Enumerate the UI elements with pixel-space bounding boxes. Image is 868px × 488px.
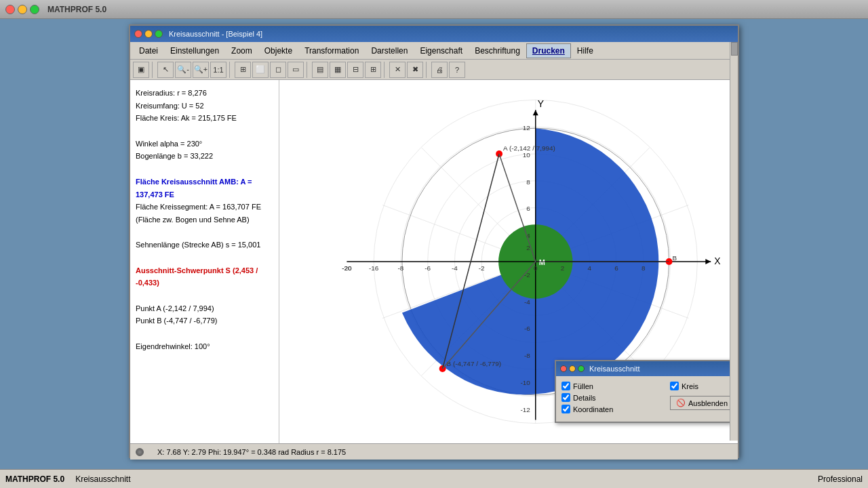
fullen-checkbox[interactable]: Füllen — [561, 382, 665, 390]
minimize-btn[interactable] — [18, 5, 27, 14]
menu-eigenschaft[interactable]: Eigenschaft — [414, 43, 469, 58]
status-appname: MATHPROF 5.0 — [5, 474, 64, 484]
menu-datei[interactable]: Datei — [133, 43, 164, 58]
schwerpunkt: Ausschnitt-Schwerpunkt S (2,453 / -0,433… — [136, 264, 273, 289]
label-a: A (-2,142 / 7,994) — [503, 144, 555, 152]
status-module: Kreisausschnitt — [75, 474, 818, 484]
punkt-a: Punkt A (-2,142 / 7,994) — [136, 302, 273, 315]
svg-text:6: 6 — [614, 264, 618, 272]
ausblenden-button[interactable]: 🚫 Ausblenden — [670, 396, 734, 410]
menu-drucken[interactable]: Drucken — [526, 43, 571, 58]
svg-text:-12: -12 — [520, 406, 530, 413]
koordinaten-checkbox[interactable]: Koordinaten — [561, 405, 665, 413]
title-bar: MATHPROF 5.0 — [0, 0, 868, 19]
tb-chart[interactable]: ▦ — [330, 62, 346, 78]
tb-grid[interactable]: ⊞ — [235, 62, 251, 78]
axis-x-label: X — [714, 256, 720, 266]
close-btn[interactable] — [5, 5, 15, 14]
flaeche-kreis: Fläche Kreis: Ak = 215,175 FE — [136, 112, 273, 125]
tb-sep5 — [426, 62, 429, 78]
kreis-checkbox[interactable]: Kreis — [670, 382, 698, 390]
tb-print[interactable]: 🖨 — [431, 62, 448, 78]
tb-select[interactable]: ▣ — [133, 62, 149, 78]
tb-fit[interactable]: ⬜ — [252, 62, 269, 78]
kreisumfang: Kreisumfang: U = 52 — [136, 100, 273, 113]
details-checkbox[interactable]: Details — [561, 393, 665, 402]
menu-transformation[interactable]: Transformation — [298, 43, 365, 58]
popup-title-text: Kreisausschnitt — [589, 365, 640, 373]
popup-maximize-btn[interactable] — [578, 365, 585, 372]
kreisausschnitt-popup: Kreisausschnitt Füllen Details Koordinat… — [555, 360, 731, 423]
details-check[interactable] — [561, 393, 570, 402]
kreis-label: Kreis — [682, 382, 698, 390]
tb-close[interactable]: ✕ — [389, 62, 406, 78]
ausblenden-label: Ausblenden — [688, 399, 728, 407]
bogenlaenge: Bogenlänge b = 33,222 — [136, 150, 273, 163]
svg-text:-16: -16 — [369, 264, 379, 272]
svg-text:12: 12 — [523, 124, 531, 131]
status-coords: X: 7.68 Y: 2.79 Phi: 19.947° = 0.348 rad… — [157, 448, 346, 456]
tb-zoom-100[interactable]: 1:1 — [210, 62, 226, 78]
sehnlaenge: Sehnenlänge (Strecke AB) s = 15,001 — [136, 239, 273, 251]
svg-text:-20: -20 — [342, 264, 352, 272]
main-window: Kreisausschnitt - [Beispiel 4] Datei Ein… — [129, 24, 739, 458]
tb-export[interactable]: ⊞ — [365, 62, 381, 78]
svg-text:-8: -8 — [398, 264, 404, 272]
svg-text:B: B — [673, 254, 677, 262]
svg-text:-10: -10 — [520, 379, 530, 386]
svg-text:0: 0 — [534, 264, 538, 272]
label-m: M — [539, 258, 545, 266]
svg-text:2: 2 — [561, 264, 565, 272]
flaeche-amb: Fläche Kreisausschnitt AMB: A = 137,473 … — [136, 176, 273, 201]
tb-rect[interactable]: ▭ — [288, 62, 304, 78]
tb-table[interactable]: ▤ — [312, 62, 328, 78]
menu-einstellungen[interactable]: Einstellungen — [164, 43, 225, 58]
inner-close-btn[interactable] — [134, 30, 142, 38]
koordinaten-check[interactable] — [561, 405, 570, 413]
tb-zoom-out[interactable]: 🔍- — [175, 62, 191, 78]
tb-axis[interactable]: ⊟ — [347, 62, 363, 78]
eigendrehwinkel: Eigendrehwinkel: 100° — [136, 340, 273, 353]
punkt-b: Punkt B (-4,747 / -6,779) — [136, 314, 273, 327]
menu-objekte[interactable]: Objekte — [258, 43, 298, 58]
tb-cursor[interactable]: ↖ — [157, 62, 174, 78]
status-professional: Professional — [818, 474, 863, 484]
tb-zoom-in[interactable]: 🔍+ — [193, 62, 209, 78]
fullen-label: Füllen — [573, 382, 593, 390]
svg-text:6: 6 — [526, 205, 530, 212]
popup-left: Füllen Details Koordinaten — [561, 382, 665, 416]
scrollbar-right[interactable] — [730, 42, 738, 441]
tb-square[interactable]: ◻ — [270, 62, 286, 78]
menu-darstellen[interactable]: Darstellen — [365, 43, 414, 58]
tb-sep3 — [307, 62, 309, 78]
svg-text:-4: -4 — [452, 264, 458, 272]
popup-right: Kreis 🚫 Ausblenden — [670, 382, 724, 416]
winkel-alpha: Winkel alpha = 230° — [136, 138, 273, 150]
tb-sep4 — [384, 62, 387, 78]
svg-text:-4: -4 — [524, 298, 530, 306]
svg-text:8: 8 — [642, 264, 646, 272]
kreisradius: Kreisradius: r = 8,276 — [136, 87, 273, 100]
svg-text:-6: -6 — [425, 264, 431, 272]
inner-title-bar: Kreisausschnitt - [Beispiel 4] — [130, 26, 738, 42]
inner-minimize-btn[interactable] — [144, 30, 153, 38]
menu-beschriftung[interactable]: Beschriftung — [469, 43, 526, 58]
maximize-btn[interactable] — [30, 5, 39, 14]
details-label: Details — [573, 394, 596, 402]
fullen-check[interactable] — [561, 382, 570, 390]
label-b: B (-4,747 / -6,779) — [447, 360, 502, 367]
svg-text:-8: -8 — [524, 352, 530, 359]
inner-window-title: Kreisausschnitt - [Beispiel 4] — [169, 30, 262, 38]
tb-close2[interactable]: ✖ — [407, 62, 423, 78]
kreis-check[interactable] — [670, 382, 679, 390]
status-bar: MATHPROF 5.0 Kreisausschnitt Professiona… — [0, 469, 868, 488]
inner-maximize-btn[interactable] — [155, 30, 163, 38]
popup-minimize-btn[interactable] — [569, 365, 576, 372]
menu-hilfe[interactable]: Hilfe — [571, 43, 599, 58]
tb-sep1 — [152, 62, 155, 78]
ausblenden-icon: 🚫 — [676, 399, 686, 407]
tb-help[interactable]: ? — [449, 62, 465, 78]
menu-zoom[interactable]: Zoom — [225, 43, 258, 58]
svg-text:8: 8 — [526, 178, 530, 186]
popup-close-btn[interactable] — [560, 365, 567, 372]
